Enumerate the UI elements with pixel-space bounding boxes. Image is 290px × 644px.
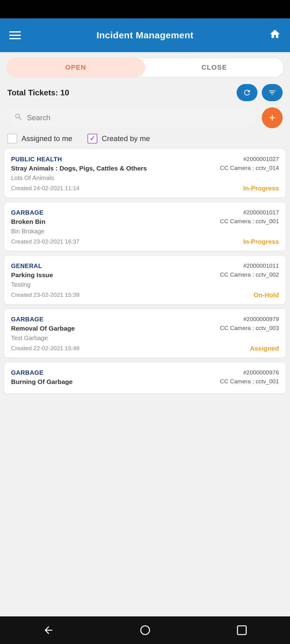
card-category: PUBLIC HEALTH bbox=[11, 156, 62, 163]
recents-button[interactable] bbox=[236, 624, 248, 636]
card-description: Testing bbox=[11, 281, 279, 288]
refresh-button[interactable] bbox=[237, 84, 257, 101]
card-category: GENERAL bbox=[11, 263, 42, 270]
add-button[interactable] bbox=[262, 107, 283, 128]
ticket-card[interactable]: GENERAL #2000001011 Parking Issue CC Cam… bbox=[4, 256, 286, 304]
card-bottom-row: Created 24-02-2021 11:14 In-Progress bbox=[11, 185, 279, 192]
ticket-card[interactable]: GARBAGE #2000001017 Broken Bin CC Camera… bbox=[4, 202, 286, 251]
created-by-me-filter[interactable]: Created by me bbox=[87, 134, 150, 144]
assigned-to-me-checkbox[interactable] bbox=[7, 134, 17, 144]
tabs: OPEN CLOSE bbox=[6, 58, 284, 77]
card-top-row: GARBAGE #2000000976 bbox=[11, 369, 279, 376]
status-badge: In-Progress bbox=[243, 185, 279, 192]
search-row bbox=[0, 104, 290, 132]
ticket-card[interactable]: PUBLIC HEALTH #2000001027 Stray Animals … bbox=[4, 149, 286, 197]
cards-container: PUBLIC HEALTH #2000001027 Stray Animals … bbox=[0, 149, 290, 616]
card-created: Created 24-02-2021 11:14 bbox=[11, 185, 79, 192]
card-camera: CC Camera : cctv_001 bbox=[220, 378, 279, 385]
status-bar bbox=[0, 0, 290, 18]
header: Incident Management bbox=[0, 18, 290, 52]
card-camera: CC Camera : cctv_014 bbox=[220, 165, 279, 171]
card-subcategory: Broken Bin bbox=[11, 218, 45, 225]
created-by-me-checkbox[interactable] bbox=[87, 134, 97, 144]
assigned-to-me-filter[interactable]: Assigned to me bbox=[7, 134, 72, 144]
filter-button[interactable] bbox=[262, 84, 283, 101]
back-button[interactable] bbox=[43, 624, 54, 636]
card-subcategory: Burning Of Garbage bbox=[11, 378, 73, 385]
header-title: Incident Management bbox=[96, 30, 193, 40]
card-top-row: GENERAL #2000001011 bbox=[11, 263, 279, 270]
card-subcategory: Removal Of Garbage bbox=[11, 325, 75, 332]
card-bottom-row: Created 22-02-2021 15:48 Assigned bbox=[11, 345, 279, 352]
card-id: #2000001027 bbox=[243, 156, 279, 163]
card-mid-row: Removal Of Garbage CC Camera : cctv_003 bbox=[11, 325, 279, 332]
total-tickets-label: Total Tickets: 10 bbox=[7, 88, 69, 98]
card-category: GARBAGE bbox=[11, 369, 44, 376]
tab-open[interactable]: OPEN bbox=[6, 58, 145, 77]
card-category: GARBAGE bbox=[11, 209, 44, 216]
home-nav-button[interactable] bbox=[139, 624, 151, 636]
card-description: Test Garbage bbox=[11, 335, 279, 342]
card-subcategory: Stray Animals : Dogs, Pigs, Cattles & Ot… bbox=[11, 165, 147, 172]
card-created: Created 23-02-2021 16:37 bbox=[11, 238, 79, 245]
card-created: Created 23-02-2021 15:39 bbox=[11, 292, 79, 298]
filter-row: Assigned to me Created by me bbox=[0, 132, 290, 149]
assigned-to-me-label: Assigned to me bbox=[21, 134, 72, 143]
card-mid-row: Burning Of Garbage CC Camera : cctv_001 bbox=[11, 378, 279, 385]
card-bottom-row: Created 23-02-2021 16:37 In-Progress bbox=[11, 238, 279, 245]
ticket-card[interactable]: GARBAGE #2000000979 Removal Of Garbage C… bbox=[4, 309, 286, 358]
card-top-row: PUBLIC HEALTH #2000001027 bbox=[11, 156, 279, 163]
card-description: Lots Of Animals bbox=[11, 174, 279, 182]
card-id: #2000000976 bbox=[243, 369, 279, 376]
card-camera: CC Camera : cctv_003 bbox=[220, 325, 279, 332]
search-input[interactable] bbox=[27, 113, 250, 122]
bottom-nav bbox=[0, 616, 290, 644]
menu-icon[interactable] bbox=[9, 31, 21, 39]
card-id: #2000001017 bbox=[243, 209, 279, 216]
card-camera: CC Camera : cctv_001 bbox=[220, 218, 279, 225]
tab-close[interactable]: CLOSE bbox=[145, 58, 284, 77]
card-mid-row: Stray Animals : Dogs, Pigs, Cattles & Ot… bbox=[11, 165, 279, 172]
card-mid-row: Parking Issue CC Camera : cctv_002 bbox=[11, 271, 279, 279]
card-top-row: GARBAGE #2000000979 bbox=[11, 316, 279, 323]
tickets-actions bbox=[237, 84, 283, 101]
card-bottom-row: Created 23-02-2021 15:39 On-Hold bbox=[11, 291, 279, 299]
card-camera: CC Camera : cctv_002 bbox=[220, 271, 279, 278]
card-created: Created 22-02-2021 15:48 bbox=[11, 345, 79, 352]
card-subcategory: Parking Issue bbox=[11, 271, 53, 279]
card-id: #2000001011 bbox=[243, 263, 279, 269]
search-box bbox=[7, 108, 257, 127]
svg-rect-1 bbox=[237, 626, 246, 635]
ticket-card[interactable]: GARBAGE #2000000976 Burning Of Garbage C… bbox=[4, 362, 286, 393]
card-id: #2000000979 bbox=[243, 316, 279, 323]
card-top-row: GARBAGE #2000001017 bbox=[11, 209, 279, 216]
card-mid-row: Broken Bin CC Camera : cctv_001 bbox=[11, 218, 279, 225]
created-by-me-label: Created by me bbox=[102, 134, 150, 143]
home-icon[interactable] bbox=[269, 28, 281, 43]
status-badge: In-Progress bbox=[243, 238, 279, 245]
svg-point-0 bbox=[141, 626, 149, 635]
card-description: Bin Brokage bbox=[11, 228, 279, 235]
card-category: GARBAGE bbox=[11, 316, 44, 323]
search-icon bbox=[14, 113, 23, 123]
tickets-row: Total Tickets: 10 bbox=[0, 77, 290, 104]
status-badge: Assigned bbox=[250, 345, 279, 352]
status-badge: On-Hold bbox=[253, 291, 279, 299]
